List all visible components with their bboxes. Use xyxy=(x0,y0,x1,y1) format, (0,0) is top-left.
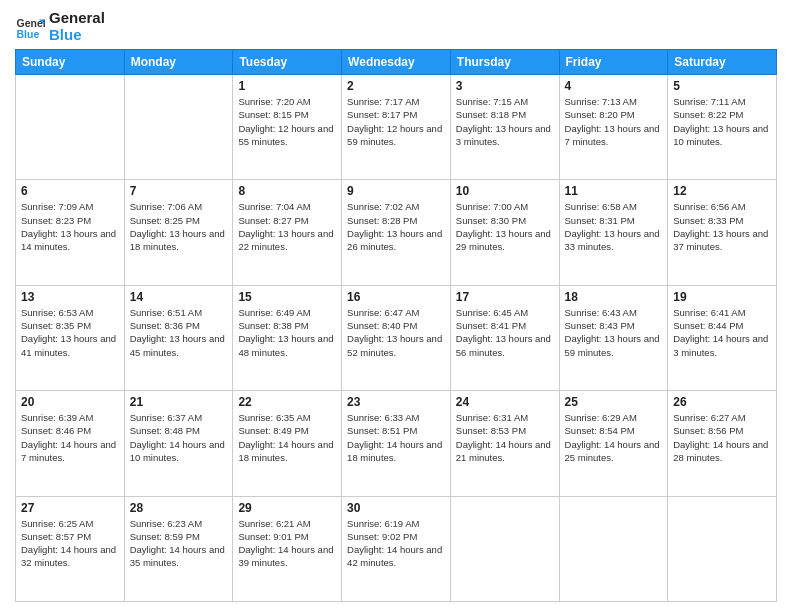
logo-blue: Blue xyxy=(49,27,105,44)
calendar-cell: 2Sunrise: 7:17 AM Sunset: 8:17 PM Daylig… xyxy=(342,75,451,180)
day-info: Sunrise: 7:13 AM Sunset: 8:20 PM Dayligh… xyxy=(565,95,663,148)
calendar-cell xyxy=(16,75,125,180)
calendar-cell: 23Sunrise: 6:33 AM Sunset: 8:51 PM Dayli… xyxy=(342,391,451,496)
day-info: Sunrise: 7:20 AM Sunset: 8:15 PM Dayligh… xyxy=(238,95,336,148)
calendar-cell: 12Sunrise: 6:56 AM Sunset: 8:33 PM Dayli… xyxy=(668,180,777,285)
week-row-4: 20Sunrise: 6:39 AM Sunset: 8:46 PM Dayli… xyxy=(16,391,777,496)
day-info: Sunrise: 7:02 AM Sunset: 8:28 PM Dayligh… xyxy=(347,200,445,253)
logo-general: General xyxy=(49,10,105,27)
calendar-cell xyxy=(450,496,559,601)
day-info: Sunrise: 6:31 AM Sunset: 8:53 PM Dayligh… xyxy=(456,411,554,464)
day-number: 4 xyxy=(565,79,663,93)
day-info: Sunrise: 7:11 AM Sunset: 8:22 PM Dayligh… xyxy=(673,95,771,148)
day-number: 29 xyxy=(238,501,336,515)
day-number: 1 xyxy=(238,79,336,93)
day-number: 12 xyxy=(673,184,771,198)
calendar-cell: 20Sunrise: 6:39 AM Sunset: 8:46 PM Dayli… xyxy=(16,391,125,496)
day-info: Sunrise: 7:17 AM Sunset: 8:17 PM Dayligh… xyxy=(347,95,445,148)
day-number: 30 xyxy=(347,501,445,515)
day-number: 28 xyxy=(130,501,228,515)
day-number: 6 xyxy=(21,184,119,198)
calendar-cell: 24Sunrise: 6:31 AM Sunset: 8:53 PM Dayli… xyxy=(450,391,559,496)
calendar-cell: 18Sunrise: 6:43 AM Sunset: 8:43 PM Dayli… xyxy=(559,285,668,390)
calendar-cell: 10Sunrise: 7:00 AM Sunset: 8:30 PM Dayli… xyxy=(450,180,559,285)
calendar-cell: 19Sunrise: 6:41 AM Sunset: 8:44 PM Dayli… xyxy=(668,285,777,390)
calendar-cell xyxy=(559,496,668,601)
day-info: Sunrise: 7:06 AM Sunset: 8:25 PM Dayligh… xyxy=(130,200,228,253)
header: General Blue General Blue xyxy=(15,10,777,43)
day-number: 11 xyxy=(565,184,663,198)
calendar-cell: 6Sunrise: 7:09 AM Sunset: 8:23 PM Daylig… xyxy=(16,180,125,285)
day-info: Sunrise: 6:47 AM Sunset: 8:40 PM Dayligh… xyxy=(347,306,445,359)
weekday-header-monday: Monday xyxy=(124,50,233,75)
day-info: Sunrise: 6:56 AM Sunset: 8:33 PM Dayligh… xyxy=(673,200,771,253)
logo-icon: General Blue xyxy=(15,12,45,42)
day-info: Sunrise: 6:39 AM Sunset: 8:46 PM Dayligh… xyxy=(21,411,119,464)
day-number: 20 xyxy=(21,395,119,409)
calendar-cell: 8Sunrise: 7:04 AM Sunset: 8:27 PM Daylig… xyxy=(233,180,342,285)
day-info: Sunrise: 6:51 AM Sunset: 8:36 PM Dayligh… xyxy=(130,306,228,359)
day-info: Sunrise: 6:23 AM Sunset: 8:59 PM Dayligh… xyxy=(130,517,228,570)
day-info: Sunrise: 6:43 AM Sunset: 8:43 PM Dayligh… xyxy=(565,306,663,359)
day-info: Sunrise: 6:29 AM Sunset: 8:54 PM Dayligh… xyxy=(565,411,663,464)
calendar-cell: 15Sunrise: 6:49 AM Sunset: 8:38 PM Dayli… xyxy=(233,285,342,390)
logo: General Blue General Blue xyxy=(15,10,105,43)
calendar-cell: 25Sunrise: 6:29 AM Sunset: 8:54 PM Dayli… xyxy=(559,391,668,496)
week-row-1: 1Sunrise: 7:20 AM Sunset: 8:15 PM Daylig… xyxy=(16,75,777,180)
day-number: 3 xyxy=(456,79,554,93)
calendar-cell xyxy=(668,496,777,601)
weekday-header-tuesday: Tuesday xyxy=(233,50,342,75)
day-number: 9 xyxy=(347,184,445,198)
day-number: 15 xyxy=(238,290,336,304)
calendar-cell: 5Sunrise: 7:11 AM Sunset: 8:22 PM Daylig… xyxy=(668,75,777,180)
weekday-header-row: SundayMondayTuesdayWednesdayThursdayFrid… xyxy=(16,50,777,75)
weekday-header-wednesday: Wednesday xyxy=(342,50,451,75)
weekday-header-sunday: Sunday xyxy=(16,50,125,75)
day-number: 19 xyxy=(673,290,771,304)
calendar-cell: 7Sunrise: 7:06 AM Sunset: 8:25 PM Daylig… xyxy=(124,180,233,285)
day-number: 18 xyxy=(565,290,663,304)
day-info: Sunrise: 6:45 AM Sunset: 8:41 PM Dayligh… xyxy=(456,306,554,359)
day-info: Sunrise: 7:15 AM Sunset: 8:18 PM Dayligh… xyxy=(456,95,554,148)
day-info: Sunrise: 6:41 AM Sunset: 8:44 PM Dayligh… xyxy=(673,306,771,359)
day-number: 21 xyxy=(130,395,228,409)
day-number: 8 xyxy=(238,184,336,198)
calendar-cell: 30Sunrise: 6:19 AM Sunset: 9:02 PM Dayli… xyxy=(342,496,451,601)
day-info: Sunrise: 7:09 AM Sunset: 8:23 PM Dayligh… xyxy=(21,200,119,253)
day-info: Sunrise: 6:21 AM Sunset: 9:01 PM Dayligh… xyxy=(238,517,336,570)
calendar-cell: 1Sunrise: 7:20 AM Sunset: 8:15 PM Daylig… xyxy=(233,75,342,180)
day-number: 16 xyxy=(347,290,445,304)
calendar-cell: 11Sunrise: 6:58 AM Sunset: 8:31 PM Dayli… xyxy=(559,180,668,285)
weekday-header-friday: Friday xyxy=(559,50,668,75)
day-info: Sunrise: 7:00 AM Sunset: 8:30 PM Dayligh… xyxy=(456,200,554,253)
calendar-cell: 9Sunrise: 7:02 AM Sunset: 8:28 PM Daylig… xyxy=(342,180,451,285)
day-info: Sunrise: 6:58 AM Sunset: 8:31 PM Dayligh… xyxy=(565,200,663,253)
day-number: 24 xyxy=(456,395,554,409)
week-row-3: 13Sunrise: 6:53 AM Sunset: 8:35 PM Dayli… xyxy=(16,285,777,390)
day-info: Sunrise: 6:53 AM Sunset: 8:35 PM Dayligh… xyxy=(21,306,119,359)
day-number: 22 xyxy=(238,395,336,409)
calendar-cell xyxy=(124,75,233,180)
day-number: 13 xyxy=(21,290,119,304)
calendar-cell: 14Sunrise: 6:51 AM Sunset: 8:36 PM Dayli… xyxy=(124,285,233,390)
day-number: 10 xyxy=(456,184,554,198)
calendar-cell: 3Sunrise: 7:15 AM Sunset: 8:18 PM Daylig… xyxy=(450,75,559,180)
day-number: 17 xyxy=(456,290,554,304)
calendar-cell: 4Sunrise: 7:13 AM Sunset: 8:20 PM Daylig… xyxy=(559,75,668,180)
day-number: 25 xyxy=(565,395,663,409)
calendar-cell: 27Sunrise: 6:25 AM Sunset: 8:57 PM Dayli… xyxy=(16,496,125,601)
day-info: Sunrise: 6:37 AM Sunset: 8:48 PM Dayligh… xyxy=(130,411,228,464)
calendar-cell: 17Sunrise: 6:45 AM Sunset: 8:41 PM Dayli… xyxy=(450,285,559,390)
calendar-cell: 29Sunrise: 6:21 AM Sunset: 9:01 PM Dayli… xyxy=(233,496,342,601)
day-info: Sunrise: 6:49 AM Sunset: 8:38 PM Dayligh… xyxy=(238,306,336,359)
calendar-table: SundayMondayTuesdayWednesdayThursdayFrid… xyxy=(15,49,777,602)
day-info: Sunrise: 6:35 AM Sunset: 8:49 PM Dayligh… xyxy=(238,411,336,464)
svg-text:Blue: Blue xyxy=(17,27,40,39)
day-info: Sunrise: 6:25 AM Sunset: 8:57 PM Dayligh… xyxy=(21,517,119,570)
calendar-cell: 16Sunrise: 6:47 AM Sunset: 8:40 PM Dayli… xyxy=(342,285,451,390)
day-info: Sunrise: 7:04 AM Sunset: 8:27 PM Dayligh… xyxy=(238,200,336,253)
day-number: 14 xyxy=(130,290,228,304)
day-number: 27 xyxy=(21,501,119,515)
weekday-header-thursday: Thursday xyxy=(450,50,559,75)
page: General Blue General Blue SundayMondayTu… xyxy=(0,0,792,612)
